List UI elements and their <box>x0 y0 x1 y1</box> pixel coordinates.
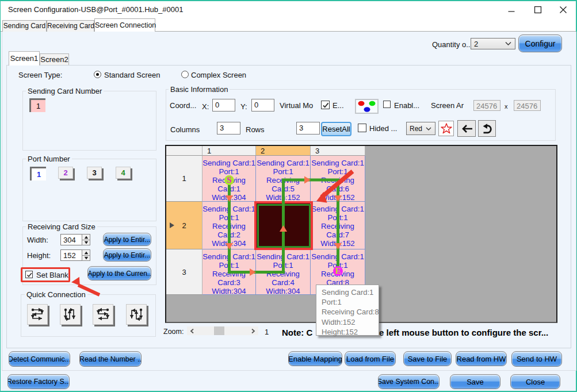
hided-checkbox[interactable] <box>358 124 366 132</box>
zoom-scrollbar[interactable] <box>187 326 258 335</box>
star-icon <box>441 123 452 134</box>
tab-screen-connection[interactable]: Screen Connection <box>94 18 155 32</box>
port-button-1[interactable]: 1 <box>30 167 46 180</box>
height-spin-up[interactable] <box>82 250 90 255</box>
x-label: X: <box>202 102 209 111</box>
load-from-file-button[interactable]: Load from File <box>345 351 396 366</box>
zoom-scrollbar-thumb[interactable] <box>214 326 224 335</box>
screen-area-width-input: 24576 <box>473 100 500 111</box>
tab-screen2[interactable]: Screen2 <box>40 53 69 65</box>
wire-color-select[interactable]: Red <box>406 122 435 135</box>
quantity-select[interactable]: 2 <box>471 38 515 49</box>
coordinate-label: Coord... <box>170 101 196 110</box>
undo-button[interactable] <box>478 120 496 137</box>
spin-down-icon <box>84 257 88 260</box>
cell-tooltip: Sending Card:1 Port:1 Receiving Card:8 W… <box>316 285 379 336</box>
read-from-hw-button[interactable]: Read from HW <box>456 351 507 366</box>
complex-screen-radio[interactable] <box>181 71 189 78</box>
tab-sending-card[interactable]: Sending Card <box>2 20 47 32</box>
wire-color-value: Red <box>410 125 422 133</box>
complex-screen-label: Complex Screen <box>191 71 246 79</box>
columns-input[interactable]: 3 <box>217 122 240 134</box>
port-button-4[interactable]: 4 <box>116 167 131 179</box>
title-bar: Screen Configuration-USB@Port_#0001.Hub_… <box>1 1 576 18</box>
width-input[interactable]: 304 <box>60 234 82 245</box>
save-to-file-button[interactable]: Save to File <box>403 351 452 366</box>
apply-to-current-button[interactable]: Apply to the Curren.. <box>87 266 151 280</box>
reset-all-button[interactable]: ResetAll <box>321 122 351 136</box>
rows-input[interactable]: 3 <box>296 122 320 134</box>
serpentine-left-down-icon <box>95 307 110 322</box>
rgb-dots-button[interactable] <box>355 99 379 114</box>
cell-text-line: Width:304 <box>202 287 255 295</box>
undo-icon <box>481 123 494 134</box>
enable-mapping-button[interactable]: Enable Mapping <box>288 351 342 366</box>
save-button[interactable]: Save <box>450 374 500 389</box>
apply-height-button[interactable]: Apply to Entir... <box>103 248 151 262</box>
close-button-bottom[interactable]: Close <box>510 374 560 389</box>
sending-card-chip-1[interactable]: 1 <box>29 98 45 112</box>
apply-width-button[interactable]: Apply to Entir... <box>103 233 151 246</box>
height-spinner[interactable] <box>82 249 90 261</box>
minimize-icon <box>508 6 515 13</box>
port-button-2[interactable]: 2 <box>58 167 73 179</box>
rows-label: Rows <box>246 125 265 134</box>
enable2-checkbox[interactable] <box>383 101 391 108</box>
columns-label: Columns <box>170 125 200 134</box>
wire-end-marker: E <box>333 266 343 276</box>
height-label: Height: <box>27 251 51 260</box>
quick-connection-pattern-2-button[interactable] <box>60 304 81 325</box>
close-button[interactable] <box>551 1 576 18</box>
tab-receiving-card[interactable]: Receiving Card <box>47 20 94 32</box>
restore-factory-button[interactable]: Restore Factory S... <box>7 374 70 389</box>
read-number-button[interactable]: Read the Number .. <box>79 351 142 367</box>
chevron-down-icon <box>505 42 511 46</box>
cell-text-line: Width:304 <box>256 287 310 295</box>
mark-star-button[interactable] <box>438 121 454 136</box>
window-title: Screen Configuration-USB@Port_#0001.Hub_… <box>8 5 183 14</box>
detect-communication-button[interactable]: Detect Communic... <box>9 351 70 367</box>
quick-connection-title: Quick Connection <box>25 290 87 299</box>
scroll-left-icon <box>190 328 194 333</box>
width-spin-up[interactable] <box>82 235 90 240</box>
quantity-value: 2 <box>474 40 478 48</box>
quick-connection-pattern-3-button[interactable] <box>93 304 113 325</box>
save-system-config-button[interactable]: Save System Con... <box>378 374 440 389</box>
y-input[interactable]: 0 <box>251 99 274 112</box>
width-spin-down[interactable] <box>82 240 90 245</box>
sending-card-number-title: Sending Card Number <box>26 87 104 95</box>
zoom-value: 1 <box>265 328 269 336</box>
minimize-button[interactable] <box>499 1 524 18</box>
tab-screen1[interactable]: Screen1 <box>9 51 40 66</box>
port-button-3[interactable]: 3 <box>87 167 102 179</box>
height-spin-down[interactable] <box>82 255 90 260</box>
spin-up-icon <box>84 251 88 254</box>
serpentine-down-left-icon <box>129 307 144 322</box>
serpentine-right-down-icon <box>30 307 45 322</box>
maximize-button[interactable] <box>525 1 551 18</box>
width-spinner[interactable] <box>82 234 90 245</box>
serpentine-down-right-icon <box>63 307 78 322</box>
maximize-icon <box>534 6 542 13</box>
set-blank-highlight-box <box>21 267 70 282</box>
tooltip-line: Width:152 <box>322 317 379 327</box>
rgb-dots-icon <box>356 100 377 113</box>
spin-down-icon <box>84 241 88 244</box>
quantity-label: Quantity o... <box>432 40 472 49</box>
virtual-mode-checkbox[interactable] <box>321 101 330 109</box>
width-label: Width: <box>27 236 48 244</box>
left-arrow-icon <box>460 124 473 133</box>
quick-connection-pattern-1-button[interactable] <box>27 304 48 325</box>
x-input[interactable]: 0 <box>212 99 235 112</box>
basic-information-title: Basic Information <box>169 85 230 94</box>
hided-label: Hided ... <box>369 124 397 133</box>
zoom-label: Zoom: <box>163 328 184 336</box>
back-arrow-button[interactable] <box>457 120 476 137</box>
send-to-hw-button[interactable]: Send to HW <box>511 351 562 367</box>
standard-screen-radio[interactable] <box>94 71 101 78</box>
height-input[interactable]: 152 <box>60 249 82 261</box>
quick-connection-pattern-4-button[interactable] <box>126 304 147 325</box>
y-label: Y: <box>240 102 247 111</box>
screen-connection-page: Quantity o... 2 Configur Screen1 Screen2… <box>1 32 576 391</box>
configure-button[interactable]: Configur <box>518 34 562 52</box>
